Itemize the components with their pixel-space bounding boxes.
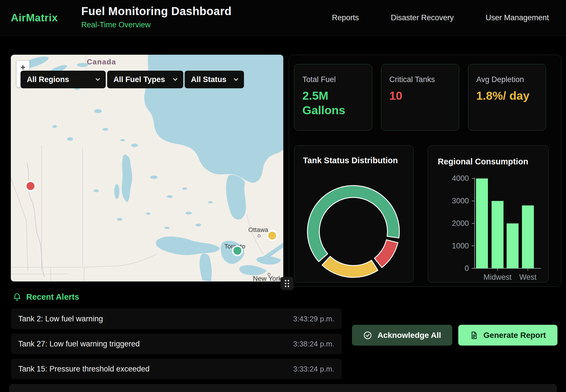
region-filter-value: All Regions: [27, 75, 69, 84]
stat-card-total-fuel: Total Fuel 2.5M Gallons: [294, 64, 372, 130]
tank-marker-critical[interactable]: [26, 181, 35, 191]
alert-row[interactable]: Tank 15: Pressure threshold exceeded 3:3…: [11, 359, 342, 379]
page-subtitle: Real-Time Overview: [81, 21, 231, 29]
alert-row[interactable]: Tank 27: Low fuel warning triggered 3:38…: [11, 334, 342, 354]
bar-2: [507, 223, 519, 268]
status-filter-value: All Status: [191, 75, 227, 84]
acknowledge-all-label: Acknowledge All: [377, 331, 441, 340]
map-label-newyork: New York: [253, 275, 282, 281]
svg-text:1000: 1000: [452, 242, 469, 250]
stat-label: Avg Depletion: [476, 75, 538, 84]
chevron-down-icon: [94, 76, 101, 83]
check-circle-icon: [363, 331, 372, 340]
chevron-down-icon: [172, 76, 179, 83]
top-nav: Reports Disaster Recovery User Managemen…: [332, 0, 549, 36]
donut-segment-warning: [322, 256, 378, 277]
generate-report-button[interactable]: Generate Report: [458, 325, 557, 346]
ottawa-town-dot: [258, 235, 260, 237]
stat-value-avg-depletion: 1.8%/ day: [476, 89, 538, 103]
footer-strip: [9, 384, 557, 392]
donut-segment-critical: [374, 240, 398, 268]
svg-text:0: 0: [465, 264, 469, 273]
regional-consumption-bar-chart: 01000200030004000MidwestWest: [428, 146, 548, 282]
alert-message: Tank 27: Low fuel warning triggered: [18, 340, 140, 348]
acknowledge-all-button[interactable]: Acknowledge All: [352, 325, 452, 346]
tank-marker-normal[interactable]: [233, 246, 242, 256]
nav-item-disaster-recovery[interactable]: Disaster Recovery: [391, 13, 454, 22]
fuel-type-filter-dropdown[interactable]: All Fuel Types: [107, 71, 183, 88]
chevron-down-icon: [233, 76, 239, 83]
status-filter-dropdown[interactable]: All Status: [185, 71, 244, 88]
alert-message: Tank 15: Pressure threshold exceeded: [18, 365, 150, 373]
title-block: Fuel Monitoring Dashboard Real-Time Over…: [81, 5, 231, 29]
stat-card-critical-tanks: Critical Tanks 10: [381, 64, 459, 130]
map-resize-handle[interactable]: [280, 277, 294, 290]
document-icon: [470, 331, 478, 340]
svg-text:4000: 4000: [452, 174, 469, 183]
alert-row[interactable]: Tank 2: Low fuel warning 3:43:29 p.m.: [11, 309, 342, 329]
generate-report-label: Generate Report: [483, 331, 546, 340]
brand-logo: AirMatrix: [11, 0, 58, 36]
map-canvas: Canada Ottawa Toronto New York: [11, 55, 283, 281]
alert-timestamp: 3:43:29 p.m.: [293, 315, 334, 323]
stat-label: Total Fuel: [302, 75, 365, 84]
recent-alerts-header: Recent Alerts: [13, 292, 79, 302]
nav-item-reports[interactable]: Reports: [332, 13, 359, 22]
tank-status-donut-chart: [294, 146, 413, 282]
recent-alerts-title: Recent Alerts: [26, 292, 79, 302]
regional-consumption-chart-panel: Regional Consumption 01000200030004000Mi…: [428, 145, 549, 283]
stat-value-critical-tanks: 10: [389, 89, 451, 103]
alert-timestamp: 3:38:24 p.m.: [293, 340, 334, 348]
map-label-country: Canada: [87, 58, 116, 66]
alert-message: Tank 2: Low fuel warning: [18, 315, 103, 323]
nav-item-user-management[interactable]: User Management: [486, 13, 549, 22]
map[interactable]: Canada Ottawa Toronto New York + − All R…: [11, 55, 283, 281]
bar-3: [522, 205, 534, 268]
tank-marker-warning[interactable]: [268, 231, 277, 240]
svg-text:3000: 3000: [452, 197, 469, 205]
page-title: Fuel Monitoring Dashboard: [81, 5, 231, 18]
map-filters: All Regions All Fuel Types All Status: [21, 71, 244, 88]
bar-x-label: West: [519, 273, 537, 281]
svg-text:2000: 2000: [452, 219, 469, 228]
alert-timestamp: 3:33:24 p.m.: [293, 365, 334, 373]
stat-card-avg-depletion: Avg Depletion 1.8%/ day: [468, 64, 546, 130]
tank-status-chart-panel: Tank Status Distribution: [294, 145, 414, 283]
region-filter-dropdown[interactable]: All Regions: [21, 71, 106, 88]
map-label-ottawa: Ottawa: [248, 226, 268, 233]
fuel-type-filter-value: All Fuel Types: [113, 75, 165, 84]
bar-0: [476, 178, 488, 268]
bar-1: [492, 201, 504, 268]
stat-label: Critical Tanks: [389, 75, 451, 84]
bell-icon: [13, 293, 22, 302]
bar-x-label: Midwest: [484, 273, 512, 281]
app-header: AirMatrix Fuel Monitoring Dashboard Real…: [0, 0, 566, 36]
stat-value-total-fuel: 2.5M Gallons: [302, 89, 364, 118]
grip-dots-icon: [283, 279, 291, 288]
